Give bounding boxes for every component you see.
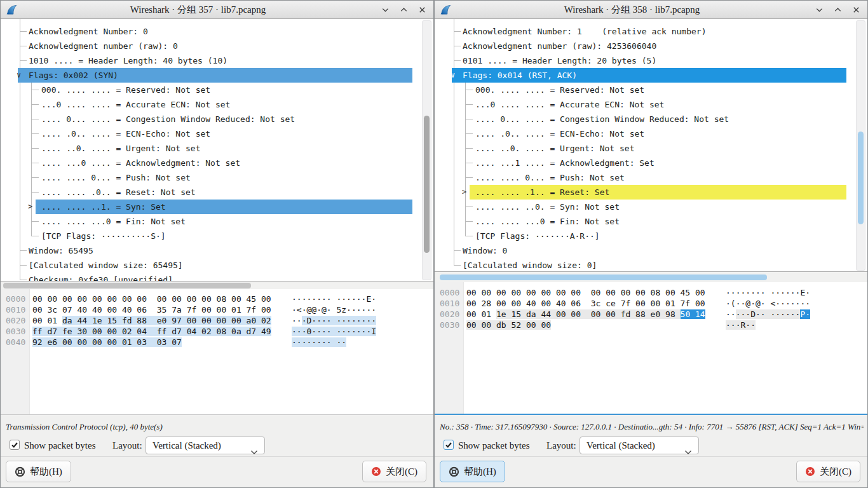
hex-ascii-segment[interactable]: ·· — [292, 316, 302, 325]
packet-bytes-pane[interactable]: 000000 00 00 00 00 00 00 00 00 00 00 00 … — [1, 289, 433, 415]
minimize-button[interactable] — [813, 4, 825, 17]
tree-row[interactable]: .... .0.. .... = ECN-Echo: Not set — [1, 126, 433, 141]
hex-row[interactable]: 002000 01 da 44 1e 15 fd 88 e0 97 00 00 … — [1, 315, 433, 326]
hex-bytes[interactable]: 00 00 00 00 00 00 00 00 00 00 00 00 08 0… — [32, 294, 271, 304]
hex-row[interactable]: 001000 3c 07 40 40 00 40 06 35 7a 7f 00 … — [1, 304, 433, 315]
hex-ascii-segment[interactable]: ·(··@·@· <······· — [726, 299, 810, 308]
hex-ascii-segment[interactable]: ·<·@@·@· 5z······ — [292, 305, 376, 315]
hex-ascii[interactable]: ···0···· ·······I — [292, 326, 376, 337]
hex-row[interactable]: 001000 28 00 00 40 00 40 06 3c ce 7f 00 … — [435, 298, 867, 309]
tree-horizontal-scrollbar[interactable] — [435, 272, 867, 282]
tree-vertical-scrollbar[interactable] — [422, 20, 431, 280]
hex-ascii-segment[interactable]: ········ ······E· — [726, 288, 810, 297]
tree-row[interactable]: .... .... 0... = Push: Not set — [435, 170, 867, 185]
tree-row[interactable]: Acknowledgment Number: 0 — [1, 24, 433, 39]
hex-bytes[interactable]: 00 3c 07 40 40 00 40 06 35 7a 7f 00 00 0… — [32, 304, 271, 315]
hex-ascii[interactable]: ········ ·· — [292, 337, 346, 348]
tree-row[interactable]: [TCP Flags: ··········S·] — [1, 229, 433, 243]
hex-row[interactable]: 0030ff d7 fe 30 00 00 02 04 ff d7 04 02 … — [1, 326, 433, 337]
tree-row[interactable]: ∨Flags: 0x002 (SYN) — [1, 68, 433, 83]
hex-bytes[interactable]: 92 e6 00 00 00 00 01 03 03 07 — [32, 337, 182, 348]
expander-closed-icon[interactable]: > — [28, 200, 32, 214]
hex-row[interactable]: 000000 00 00 00 00 00 00 00 00 00 00 00 … — [435, 287, 867, 298]
hex-bytes-segment[interactable]: 00 3c 07 40 40 00 40 06 35 7a 7f 00 00 0… — [32, 305, 271, 315]
tree-row[interactable]: .... .... 0... = Push: Not set — [1, 170, 433, 185]
help-button[interactable]: 帮助(H) — [440, 461, 505, 482]
hex-bytes-segment[interactable]: 1e 15 da 44 00 00 00 00 fd 88 e0 98 — [496, 309, 681, 319]
tree-row[interactable]: .... ..0. .... = Urgent: Not set — [435, 141, 867, 156]
tree-row[interactable]: [Calculated window size: 65495] — [1, 258, 433, 273]
tree-row[interactable]: .... ..0. .... = Urgent: Not set — [1, 141, 433, 156]
maximize-button[interactable] — [397, 4, 410, 17]
scrollbar-thumb[interactable] — [440, 274, 767, 280]
layout-combobox[interactable]: Vertical (Stacked) — [146, 437, 265, 454]
tree-row[interactable]: .... .... .0.. = Reset: Not set — [1, 185, 433, 200]
hex-bytes-segment[interactable]: 00 01 — [32, 316, 62, 325]
tree-row[interactable]: .... .... ...0 = Fin: Not set — [1, 214, 433, 229]
hex-bytes-segment[interactable]: 00 00 00 00 00 00 00 00 00 00 00 00 08 0… — [466, 288, 705, 297]
tree-row[interactable]: .... 0... .... = Congestion Window Reduc… — [1, 112, 433, 126]
scrollbar-thumb[interactable] — [858, 132, 864, 224]
expander-open-icon[interactable]: ∨ — [451, 68, 455, 83]
hex-ascii-segment[interactable]: ···R·· — [726, 320, 756, 330]
close-button[interactable]: 关闭(C) — [796, 461, 860, 482]
hex-ascii-segment[interactable]: ·D···· ········ — [302, 316, 376, 325]
tree-row[interactable]: Acknowledgment number (raw): 4253606040 — [435, 39, 867, 53]
tree-row[interactable]: 000. .... .... = Reserved: Not set — [435, 83, 867, 97]
tree-row[interactable]: .... ...1 .... = Acknowledgment: Set — [435, 156, 867, 170]
close-window-button[interactable] — [850, 4, 862, 17]
packet-bytes-pane[interactable]: 000000 00 00 00 00 00 00 00 00 00 00 00 … — [435, 282, 867, 415]
tree-row[interactable]: 0101 .... = Header Length: 20 bytes (5) — [435, 53, 867, 68]
hex-bytes-segment[interactable]: 92 e6 00 00 00 00 01 03 03 07 — [32, 337, 182, 347]
hex-bytes-segment[interactable]: 50 14 — [681, 309, 705, 319]
tree-row[interactable]: ...0 .... .... = Accurate ECN: Not set — [435, 97, 867, 112]
tree-row[interactable]: 1010 .... = Header Length: 40 bytes (10) — [1, 53, 433, 68]
hex-bytes-segment[interactable]: 00 00 00 00 00 00 00 00 00 00 00 00 08 0… — [32, 294, 271, 304]
minimize-button[interactable] — [379, 4, 391, 17]
tree-row[interactable]: [Calculated window size: 0] — [435, 258, 867, 272]
tree-vertical-scrollbar[interactable] — [856, 20, 865, 271]
hex-ascii[interactable]: ·<·@@·@· 5z······ — [292, 304, 376, 315]
hex-row[interactable]: 000000 00 00 00 00 00 00 00 00 00 00 00 … — [1, 294, 433, 304]
expander-closed-icon[interactable]: > — [462, 185, 466, 200]
hex-ascii[interactable]: ········ ······E· — [292, 294, 376, 304]
hex-bytes[interactable]: 00 28 00 00 40 00 40 06 3c ce 7f 00 00 0… — [466, 298, 705, 309]
hex-bytes[interactable]: ff d7 fe 30 00 00 02 04 ff d7 04 02 08 0… — [32, 326, 271, 337]
hex-ascii[interactable]: ·····D·· ······P· — [726, 309, 810, 320]
hex-ascii-segment[interactable]: ········ ·· — [292, 337, 346, 347]
tree-row[interactable]: Acknowledgment number (raw): 0 — [1, 39, 433, 53]
tree-row[interactable]: .... .... ...0 = Fin: Not set — [435, 214, 867, 229]
expander-open-icon[interactable]: ∨ — [17, 68, 21, 83]
tree-row[interactable]: Window: 65495 — [1, 243, 433, 258]
tree-row[interactable]: [TCP Flags: ·······A·R··] — [435, 229, 867, 243]
tree-row[interactable]: .... .0.. .... = ECN-Echo: Not set — [435, 126, 867, 141]
hex-ascii-segment[interactable]: ···0···· ·······I — [292, 327, 376, 336]
titlebar[interactable]: Wireshark · 分组 357 · lib7.pcapng — [1, 1, 433, 19]
tree-row[interactable]: .... 0... .... = Congestion Window Reduc… — [435, 112, 867, 126]
hex-ascii-segment[interactable]: ·· — [726, 309, 736, 319]
tree-row[interactable]: ∨Flags: 0x014 (RST, ACK) — [435, 68, 867, 83]
hex-bytes[interactable]: 00 00 db 52 00 00 — [466, 320, 551, 330]
tree-row[interactable]: ...0 .... .... = Accurate ECN: Not set — [1, 97, 433, 112]
hex-ascii[interactable]: ···R·· — [726, 320, 756, 330]
tree-row[interactable]: >.... .... .1.. = Reset: Set — [435, 185, 867, 200]
close-button[interactable]: 关闭(C) — [362, 461, 426, 482]
packet-detail-tree[interactable]: Acknowledgment Number: 0Acknowledgment n… — [1, 19, 433, 281]
hex-bytes-segment[interactable]: 00 28 00 00 40 00 40 06 3c ce 7f 00 00 0… — [466, 299, 705, 308]
hex-row[interactable]: 003000 00 db 52 00 00···R·· — [435, 320, 867, 330]
tree-row[interactable]: Window: 0 — [435, 243, 867, 258]
hex-bytes[interactable]: 00 01 1e 15 da 44 00 00 00 00 fd 88 e0 9… — [466, 309, 705, 320]
show-packet-bytes-checkbox[interactable] — [10, 440, 20, 450]
hex-bytes-segment[interactable]: da 44 1e 15 fd 88 e0 97 00 00 00 00 a0 0… — [62, 316, 271, 325]
hex-bytes-segment[interactable]: ff d7 fe 30 00 00 02 04 ff d7 04 02 08 0… — [32, 327, 271, 336]
tree-row[interactable]: Acknowledgment Number: 1 (relative ack n… — [435, 24, 867, 39]
hex-ascii[interactable]: ·(··@·@· <······· — [726, 298, 810, 309]
titlebar[interactable]: Wireshark · 分组 358 · lib7.pcapng — [435, 1, 867, 19]
tree-row[interactable]: Checksum: 0xfe30 [unverified] — [1, 273, 433, 281]
hex-row[interactable]: 002000 01 1e 15 da 44 00 00 00 00 fd 88 … — [435, 309, 867, 320]
hex-ascii[interactable]: ···D···· ········ — [292, 315, 376, 326]
hex-ascii-segment[interactable]: ···D·· ······ — [736, 309, 801, 319]
hex-ascii[interactable]: ········ ······E· — [726, 287, 810, 298]
hex-ascii-segment[interactable]: ········ ······E· — [292, 294, 376, 304]
tree-horizontal-scrollbar[interactable] — [1, 281, 433, 289]
